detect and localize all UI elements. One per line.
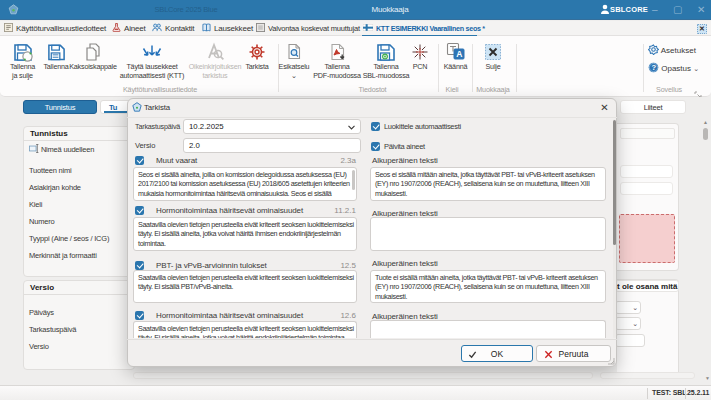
svg-text:A: A xyxy=(456,49,462,59)
svg-text:?: ? xyxy=(651,63,656,72)
